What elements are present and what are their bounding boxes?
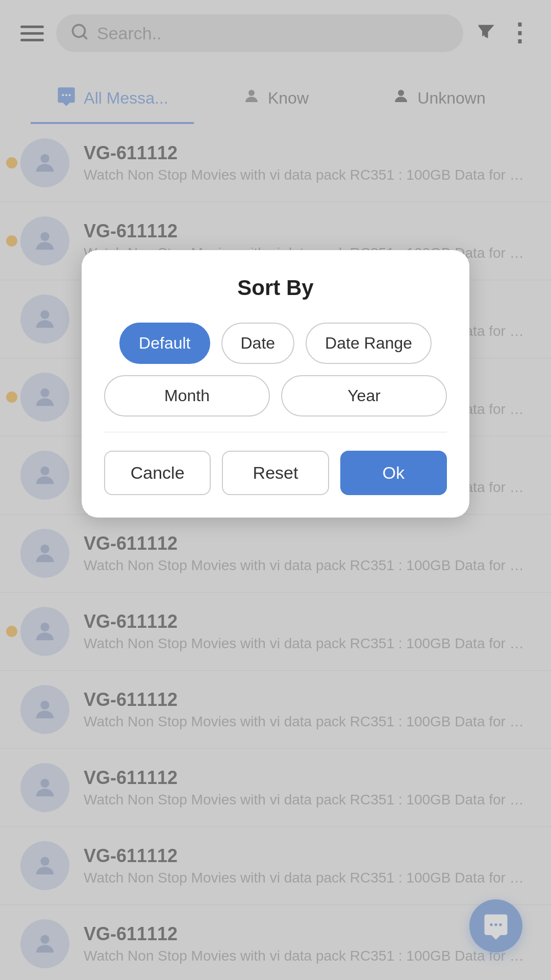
reset-button[interactable]: Reset	[222, 451, 329, 495]
ok-button[interactable]: Ok	[340, 451, 447, 495]
sort-option-default[interactable]: Default	[119, 323, 210, 364]
sort-option-date[interactable]: Date	[221, 323, 295, 364]
sort-dialog-title: Sort By	[104, 276, 447, 300]
sort-option-date-range[interactable]: Date Range	[306, 323, 432, 364]
sort-option-year[interactable]: Year	[281, 375, 447, 416]
cancel-button[interactable]: Cancle	[104, 451, 211, 495]
sort-divider	[104, 432, 447, 432]
sort-options-row-1: Default Date Date Range	[104, 323, 447, 364]
sort-option-month[interactable]: Month	[104, 375, 270, 416]
sort-dialog-actions: Cancle Reset Ok	[104, 451, 447, 495]
sort-dialog: Sort By Default Date Date Range Month Ye…	[82, 250, 469, 518]
sort-options-row-2: Month Year	[104, 375, 447, 416]
